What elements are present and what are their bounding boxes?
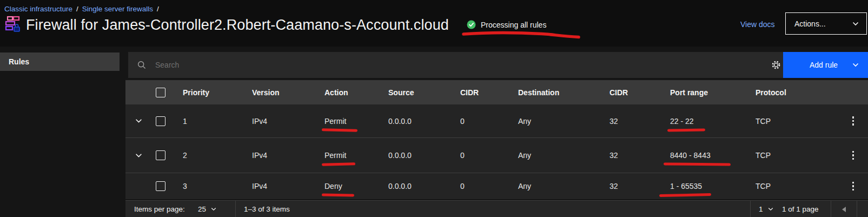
cell-action: Permit <box>316 117 380 126</box>
rules-table: Priority Version Action Source CIDR Dest… <box>125 80 868 199</box>
select-all-checkbox[interactable] <box>156 88 165 97</box>
cell-version: IPv4 <box>243 182 316 190</box>
caret-left-icon <box>842 207 846 212</box>
column-header-source: Source <box>380 88 452 97</box>
table-header-row: Priority Version Action Source CIDR Dest… <box>125 80 868 104</box>
cell-destination: Any <box>509 182 601 190</box>
cell-action: Deny <box>316 182 380 190</box>
cell-source: 0.0.0.0 <box>380 117 452 126</box>
view-docs-link[interactable]: View docs <box>740 20 775 29</box>
cell-dest-cidr: 32 <box>601 151 661 160</box>
add-rule-label: Add rule <box>810 61 838 69</box>
column-header-priority: Priority <box>174 88 243 97</box>
row-checkbox[interactable] <box>156 150 165 160</box>
column-header-protocol: Protocol <box>747 88 817 97</box>
previous-page-button[interactable] <box>831 201 857 217</box>
search-box <box>128 52 723 78</box>
pagination-divider <box>235 201 236 217</box>
add-rule-button[interactable]: Add rule <box>783 52 868 78</box>
pagination-bar: Items per page: 25 1–3 of 3 items 1 1 of… <box>125 200 868 217</box>
sidebar-item-rules-label: Rules <box>9 57 29 66</box>
cell-dest-cidr: 32 <box>601 182 661 190</box>
breadcrumb-single-server-firewalls[interactable]: Single server firewalls <box>82 5 153 13</box>
chevron-down-icon <box>211 207 216 211</box>
annotation-underline-status <box>460 29 583 41</box>
chevron-down-icon <box>852 63 859 67</box>
column-header-dest-cidr: CIDR <box>601 88 661 97</box>
page-number-select[interactable]: 1 <box>759 201 773 217</box>
annotation-underline-port-range <box>667 128 705 131</box>
row-checkbox[interactable] <box>156 116 165 126</box>
cell-cidr: 0 <box>452 182 509 190</box>
cell-protocol: TCP <box>747 151 817 160</box>
items-per-page-value: 25 <box>198 205 206 213</box>
status-text: Processing all rules <box>481 21 546 29</box>
column-header-destination: Destination <box>509 88 601 97</box>
chevron-down-icon <box>852 22 859 26</box>
cell-dest-cidr: 32 <box>601 117 661 126</box>
breadcrumb-classic-infrastructure[interactable]: Classic infrastructure <box>4 5 72 13</box>
cell-destination: Any <box>509 151 601 160</box>
next-page-button[interactable] <box>857 201 868 217</box>
column-header-cidr: CIDR <box>452 88 509 97</box>
cell-version: IPv4 <box>243 117 316 126</box>
table-toolbar: Add rule <box>128 52 868 78</box>
cell-port-range: 8440 - 8443 <box>661 151 747 160</box>
cell-source: 0.0.0.0 <box>380 182 452 190</box>
firewall-icon <box>4 15 21 35</box>
row-overflow-menu-button[interactable] <box>849 148 858 163</box>
actions-dropdown-label: Actions... <box>794 19 826 28</box>
cell-priority: 1 <box>174 117 243 126</box>
table-row: 1 IPv4 Permit 0.0.0.0 0 Any 32 22 - 22 T… <box>125 104 868 138</box>
title-row: Firewall for James-Controller2.Robert-Ca… <box>4 15 449 35</box>
cell-protocol: TCP <box>747 182 817 190</box>
cell-source: 0.0.0.0 <box>380 151 452 160</box>
column-header-version: Version <box>243 88 316 97</box>
gear-icon <box>771 60 781 70</box>
column-header-action: Action <box>316 88 380 97</box>
row-expand-button[interactable] <box>133 116 144 126</box>
page-header: Classic infrastructure / Single server f… <box>0 0 868 47</box>
cell-cidr: 0 <box>452 151 509 160</box>
column-header-port-range: Port range <box>661 88 747 97</box>
cell-version: IPv4 <box>243 151 316 160</box>
cell-protocol: TCP <box>747 117 817 126</box>
items-per-page-select[interactable]: 25 <box>198 201 216 217</box>
actions-dropdown-button[interactable]: Actions... <box>785 12 867 35</box>
pagination-divider <box>750 201 751 217</box>
page-number-value: 1 <box>759 205 763 213</box>
cell-priority: 3 <box>174 182 243 190</box>
cell-action: Permit <box>316 151 380 160</box>
breadcrumb: Classic infrastructure / Single server f… <box>4 5 159 13</box>
search-icon <box>137 61 146 69</box>
cell-cidr: 0 <box>452 117 509 126</box>
search-input[interactable] <box>155 61 642 69</box>
cell-destination: Any <box>509 117 601 126</box>
sidebar-item-rules[interactable]: Rules <box>0 52 120 71</box>
breadcrumb-separator: / <box>157 5 159 13</box>
items-per-page-label: Items per page: <box>134 201 185 217</box>
annotation-underline-port-range <box>659 193 711 197</box>
cell-port-range: 1 - 65535 <box>661 182 747 190</box>
annotation-underline-action <box>322 128 357 131</box>
checkmark-circle-icon <box>467 20 476 29</box>
row-overflow-menu-button[interactable] <box>849 179 858 194</box>
annotation-underline-port-range <box>664 162 731 166</box>
table-row: 2 IPv4 Permit 0.0.0.0 0 Any 32 8440 - 84… <box>125 138 868 173</box>
breadcrumb-separator: / <box>76 5 78 13</box>
firewall-details-page: Classic infrastructure / Single server f… <box>0 0 868 217</box>
pagination-range-text: 1–3 of 3 items <box>244 201 290 217</box>
chevron-down-icon <box>135 153 142 158</box>
annotation-underline-action <box>322 194 354 197</box>
status-indicator: Processing all rules <box>467 20 546 29</box>
row-expand-button[interactable] <box>133 151 144 160</box>
row-checkbox[interactable] <box>156 181 165 191</box>
annotation-underline-action <box>322 162 355 166</box>
row-overflow-menu-button[interactable] <box>849 113 858 129</box>
page-title: Firewall for James-Controller2.Robert-Ca… <box>26 17 449 34</box>
page-of-text: 1 of 1 page <box>782 201 819 217</box>
cell-port-range: 22 - 22 <box>661 117 747 126</box>
chevron-down-icon <box>768 207 773 211</box>
cell-priority: 2 <box>174 151 243 160</box>
chevron-down-icon <box>135 119 142 123</box>
